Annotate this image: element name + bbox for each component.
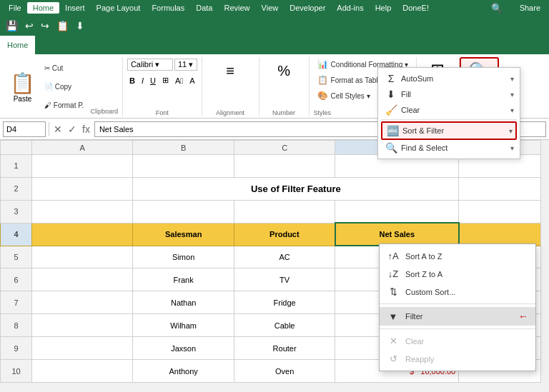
row-num-10: 10 <box>1 360 32 383</box>
col-header-a[interactable]: A <box>32 141 133 155</box>
custom-sort-item[interactable]: ⇅ Custom Sort... <box>380 283 535 301</box>
cell-c5[interactable]: AC <box>234 246 335 268</box>
cell-b8[interactable]: Wilham <box>133 314 234 337</box>
cell-a2[interactable] <box>32 177 133 200</box>
menu-donee[interactable]: DoneE! <box>397 2 435 14</box>
cell-d4-active[interactable]: Net Sales <box>335 223 459 246</box>
cell-e3[interactable] <box>459 200 549 223</box>
cell-c7[interactable]: Fridge <box>234 291 335 314</box>
menu-data[interactable]: Data <box>190 2 218 14</box>
cell-a10[interactable] <box>32 360 133 383</box>
filter-arrow: ← <box>518 311 528 322</box>
sort-z-to-a-item[interactable]: ↓Z Sort Z to A <box>380 265 535 283</box>
cell-a4[interactable] <box>32 223 133 246</box>
menu-help[interactable]: Help <box>370 2 397 14</box>
find-select-button[interactable]: 🔍 Find & Select ▾ <box>381 140 517 156</box>
menu-view[interactable]: View <box>256 2 285 14</box>
cell-c1[interactable] <box>234 155 335 178</box>
cut-button[interactable]: ✂ Cut <box>41 62 87 74</box>
paste-label: Paste <box>14 95 32 103</box>
cell-e4[interactable] <box>459 223 549 246</box>
cell-c3[interactable] <box>234 200 335 223</box>
cell-c4[interactable]: Product <box>234 223 335 246</box>
cell-b10[interactable]: Anthony <box>133 360 234 383</box>
bold-button[interactable]: B <box>127 76 137 86</box>
row-num-1: 1 <box>1 155 32 178</box>
font-group: Calibri ▾ 11 ▾ B I U ⊞ A⃣ A Font <box>123 57 202 116</box>
sort-a-to-z-item[interactable]: ↑A Sort A to Z <box>380 247 535 265</box>
cell-title[interactable]: Use of Filter Feature <box>133 177 459 200</box>
font-color-button[interactable]: A <box>187 76 197 86</box>
reapply-icon: ↺ <box>387 353 400 364</box>
col-header-b[interactable]: B <box>133 141 234 155</box>
border-button[interactable]: ⊞ <box>160 75 171 86</box>
cell-b4[interactable]: Salesman <box>133 223 234 246</box>
undo-icon[interactable]: ↩ <box>24 19 35 33</box>
insert-function-icon[interactable]: fx <box>81 124 92 135</box>
menu-review[interactable]: Review <box>218 2 255 14</box>
menu-file[interactable]: File <box>3 2 27 14</box>
cell-c8[interactable]: Cable <box>234 314 335 337</box>
find-icon: 🔍 <box>384 142 398 154</box>
col-header-c[interactable]: C <box>234 141 335 155</box>
cell-a3[interactable] <box>32 200 133 223</box>
underline-button[interactable]: U <box>148 76 158 86</box>
menu-addins[interactable]: Add-ins <box>331 2 369 14</box>
italic-button[interactable]: I <box>139 76 146 86</box>
clear-filter-icon: ✕ <box>387 336 400 346</box>
menu-pagelayout[interactable]: Page Layout <box>91 2 147 14</box>
cell-c10[interactable]: Oven <box>234 360 335 383</box>
search-icon[interactable]: 🔍 <box>485 1 508 15</box>
table-row: 3 <box>1 200 549 223</box>
cell-d3[interactable] <box>335 200 459 223</box>
cell-e2[interactable] <box>459 177 549 200</box>
menu-insert[interactable]: Insert <box>59 2 91 14</box>
autosum-button[interactable]: Σ AutoSum ▾ <box>381 71 517 86</box>
cell-b3[interactable] <box>133 200 234 223</box>
paste-button[interactable]: 📋 Paste <box>6 57 39 116</box>
paste-icon: 📋 <box>10 71 35 95</box>
cell-a8[interactable] <box>32 314 133 337</box>
cancel-icon[interactable]: ✕ <box>52 124 64 135</box>
sort-za-label: Sort Z to A <box>405 270 528 278</box>
cell-b9[interactable]: Jaxson <box>133 337 234 360</box>
tab-home[interactable]: Home <box>0 36 35 54</box>
clear-dropdown-icon: ▾ <box>510 106 514 114</box>
cell-c9[interactable]: Router <box>234 337 335 360</box>
down-arrow-icon[interactable]: ⬇ <box>74 19 86 33</box>
menu-developer[interactable]: Developer <box>284 2 331 14</box>
cell-a6[interactable] <box>32 268 133 291</box>
cell-a9[interactable] <box>32 337 133 360</box>
name-box[interactable]: D4 <box>3 121 46 137</box>
font-size-dropdown[interactable]: 11 ▾ <box>174 59 197 71</box>
cell-a5[interactable] <box>32 246 133 268</box>
filter-item[interactable]: ▼ Filter ← <box>380 307 535 326</box>
cell-b1[interactable] <box>133 155 234 178</box>
sort-az-icon: ↑A <box>387 251 400 261</box>
fill-color-button[interactable]: A⃣ <box>173 76 185 86</box>
save-icon[interactable]: 💾 <box>4 19 19 33</box>
font-name-dropdown[interactable]: Calibri ▾ <box>127 59 173 71</box>
cell-a7[interactable] <box>32 291 133 314</box>
cell-c6[interactable]: TV <box>234 268 335 291</box>
menu-formulas[interactable]: Formulas <box>146 2 190 14</box>
clipboard-group: 📋 Paste ✂ Cut 📄 Copy 🖌 Format P. Clipboa… <box>3 57 123 116</box>
styles-label: Styles <box>314 108 332 116</box>
quick-print-icon[interactable]: 📋 <box>55 19 70 33</box>
sort-filter-button[interactable]: 🔤 Sort & Filter ▾ <box>381 121 517 140</box>
fill-dropdown-icon: ▾ <box>510 91 514 99</box>
clear-button[interactable]: 🧹 Clear ▾ <box>381 102 517 118</box>
menu-home[interactable]: Home <box>27 2 59 14</box>
confirm-icon[interactable]: ✓ <box>66 124 78 135</box>
cell-a1[interactable] <box>32 155 133 178</box>
fill-button[interactable]: ⬇ Fill ▾ <box>381 86 517 102</box>
cell-b6[interactable]: Frank <box>133 268 234 291</box>
share-button[interactable]: Share <box>514 2 546 14</box>
vertical-scrollbar[interactable] <box>540 140 549 383</box>
cell-b7[interactable]: Nathan <box>133 291 234 314</box>
format-painter-button[interactable]: 🖌 Format P. <box>41 99 87 111</box>
cell-b5[interactable]: Simon <box>133 246 234 268</box>
copy-button[interactable]: 📄 Copy <box>41 81 87 93</box>
redo-icon[interactable]: ↪ <box>39 19 51 33</box>
formula-divider <box>49 122 49 136</box>
